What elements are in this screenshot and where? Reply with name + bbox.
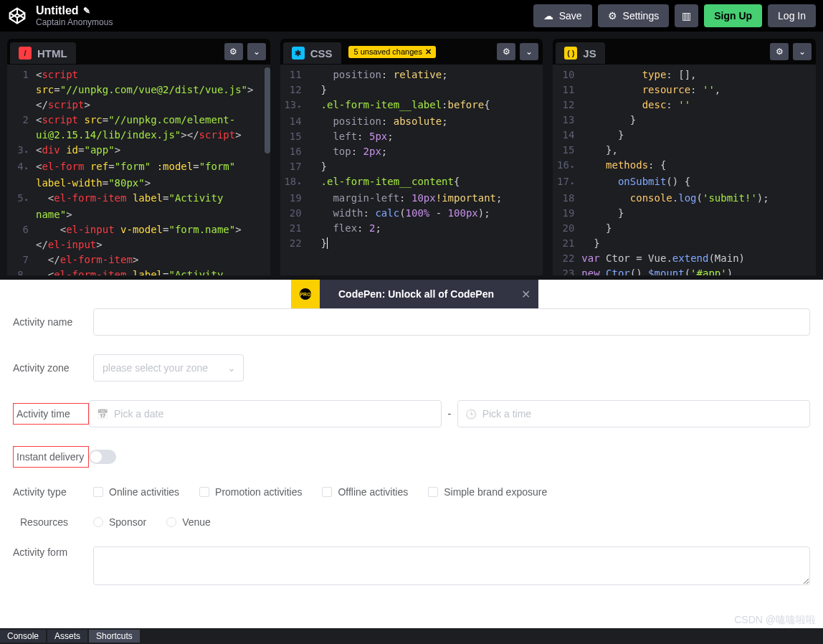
time-picker[interactable]: Pick a time xyxy=(457,400,810,427)
promo-text[interactable]: CodePen: Unlock all of CodePen xyxy=(320,288,513,300)
activity-form-textarea[interactable] xyxy=(93,546,810,585)
label-resources: Resources xyxy=(13,516,93,528)
close-icon[interactable]: ✕ xyxy=(425,47,432,57)
css-tab[interactable]: ✱CSS xyxy=(283,42,341,64)
js-editor: ( )JS ⚙⌄ 10 type: [],11 resource: '',12 … xyxy=(553,39,816,275)
codepen-logo-icon[interactable] xyxy=(7,6,27,26)
label-activity-name: Activity name xyxy=(13,316,93,328)
chk-option[interactable]: Online activities xyxy=(93,486,179,498)
svg-text:PRO: PRO xyxy=(300,292,311,297)
activity-zone-select[interactable]: please select your zone xyxy=(93,354,244,382)
layout-icon: ▥ xyxy=(682,10,691,22)
label-activity-form: Activity form xyxy=(13,546,93,558)
chk-option[interactable]: Simple brand exposure xyxy=(428,486,547,498)
topbar: Untitled✎ Captain Anonymous ☁Save ⚙Setti… xyxy=(0,0,823,32)
pen-author: Captain Anonymous xyxy=(36,17,528,27)
signup-button[interactable]: Sign Up xyxy=(704,4,762,27)
js-chevron-down-icon[interactable]: ⌄ xyxy=(793,43,812,60)
shortcuts-tab[interactable]: Shortcuts xyxy=(89,630,140,643)
label-instant-delivery: Instant delivery xyxy=(13,446,89,468)
watermark: CSDN @嗑嗑啦啦 xyxy=(734,614,816,627)
console-tab[interactable]: Console xyxy=(0,630,46,643)
js-code-area[interactable]: 10 type: [],11 resource: '',12 desc: ''1… xyxy=(553,65,816,275)
date-separator: - xyxy=(447,407,451,420)
chk-option[interactable]: Offline activities xyxy=(322,486,408,498)
promo-close-icon[interactable]: ✕ xyxy=(513,288,538,301)
pen-title-block: Untitled✎ Captain Anonymous xyxy=(36,4,528,27)
js-icon: ( ) xyxy=(564,47,577,60)
layout-button[interactable]: ▥ xyxy=(675,4,698,27)
gear-icon: ⚙ xyxy=(608,10,617,22)
js-tab[interactable]: ( )JS xyxy=(556,42,604,64)
activity-name-input[interactable] xyxy=(93,308,810,336)
css-icon: ✱ xyxy=(292,47,305,60)
label-activity-time: Activity time xyxy=(13,403,89,425)
html-editor: /HTML ⚙⌄ 1<scriptsrc="//unpkg.com/vue@2/… xyxy=(7,39,270,275)
css-chevron-down-icon[interactable]: ⌄ xyxy=(520,43,538,60)
html-code-area[interactable]: 1<scriptsrc="//unpkg.com/vue@2/dist/vue.… xyxy=(7,65,270,275)
label-activity-type: Activity type xyxy=(13,486,93,498)
resources-group: SponsorVenue xyxy=(93,516,810,528)
pro-badge-icon: PRO xyxy=(291,280,320,308)
rad-option[interactable]: Sponsor xyxy=(93,516,146,528)
activity-type-group: Online activitiesPromotion activitiesOff… xyxy=(93,486,810,498)
js-settings-icon[interactable]: ⚙ xyxy=(770,43,789,60)
settings-button[interactable]: ⚙Settings xyxy=(598,4,670,27)
editors-row: /HTML ⚙⌄ 1<scriptsrc="//unpkg.com/vue@2/… xyxy=(0,32,823,275)
css-editor: ✱CSS 5 unsaved changes✕ ⚙⌄ 11 position: … xyxy=(280,39,543,275)
css-settings-icon[interactable]: ⚙ xyxy=(497,43,515,60)
html-settings-icon[interactable]: ⚙ xyxy=(224,43,243,60)
rad-option[interactable]: Venue xyxy=(166,516,211,528)
login-button[interactable]: Log In xyxy=(768,4,816,27)
html-tab[interactable]: /HTML xyxy=(10,42,76,64)
save-button[interactable]: ☁Save xyxy=(533,4,592,27)
date-picker[interactable]: Pick a date xyxy=(89,400,442,427)
html-scrollbar[interactable] xyxy=(265,67,270,153)
footer-bar: Console Assets Shortcuts xyxy=(0,628,823,644)
css-code-area[interactable]: 11 position: relative;12 }13 .el-form-it… xyxy=(280,65,543,275)
cloud-icon: ☁ xyxy=(543,10,553,22)
chk-option[interactable]: Promotion activities xyxy=(199,486,302,498)
html-icon: / xyxy=(19,47,32,60)
instant-delivery-switch[interactable] xyxy=(89,450,116,464)
promo-banner: PRO CodePen: Unlock all of CodePen ✕ xyxy=(291,280,538,308)
label-activity-zone: Activity zone xyxy=(13,362,93,374)
pen-title[interactable]: Untitled xyxy=(36,4,79,17)
assets-tab[interactable]: Assets xyxy=(47,630,87,643)
output-pane: Activity name Activity zone please selec… xyxy=(0,280,823,628)
edit-title-icon[interactable]: ✎ xyxy=(83,6,90,16)
html-chevron-down-icon[interactable]: ⌄ xyxy=(247,43,266,60)
unsaved-badge[interactable]: 5 unsaved changes✕ xyxy=(348,46,436,58)
